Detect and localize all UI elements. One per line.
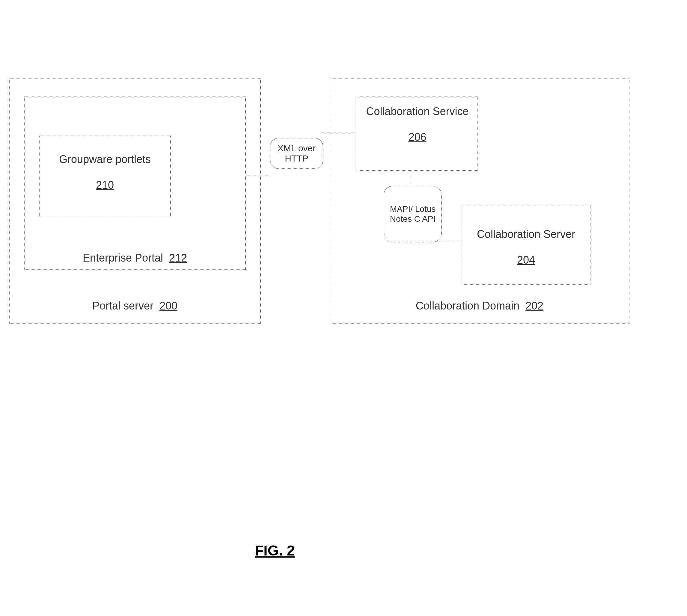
groupware-portlets-label: Groupware portlets 210 <box>39 153 171 192</box>
link-xml-to-cd <box>321 132 357 132</box>
link-ep-to-xml <box>246 176 270 176</box>
link-service-to-mapi <box>411 171 411 186</box>
collaboration-server-label: Collaboration Server 204 <box>461 228 591 267</box>
collaboration-service-label: Collaboration Service 206 <box>357 105 478 144</box>
mapi-capsule: MAPI/ Lotus Notes C API <box>384 186 442 242</box>
enterprise-portal-label: Enterprise Portal 212 <box>24 252 246 264</box>
figure-caption: FIG. 2 <box>255 542 295 559</box>
link-mapi-to-server <box>441 240 461 240</box>
xml-over-http-capsule: XML over HTTP <box>270 138 323 169</box>
collaboration-domain-label: Collaboration Domain 202 <box>330 300 629 312</box>
patent-figure-2: Portal server 200 Enterprise Portal 212 … <box>0 0 687 616</box>
portal-server-label: Portal server 200 <box>9 300 261 312</box>
